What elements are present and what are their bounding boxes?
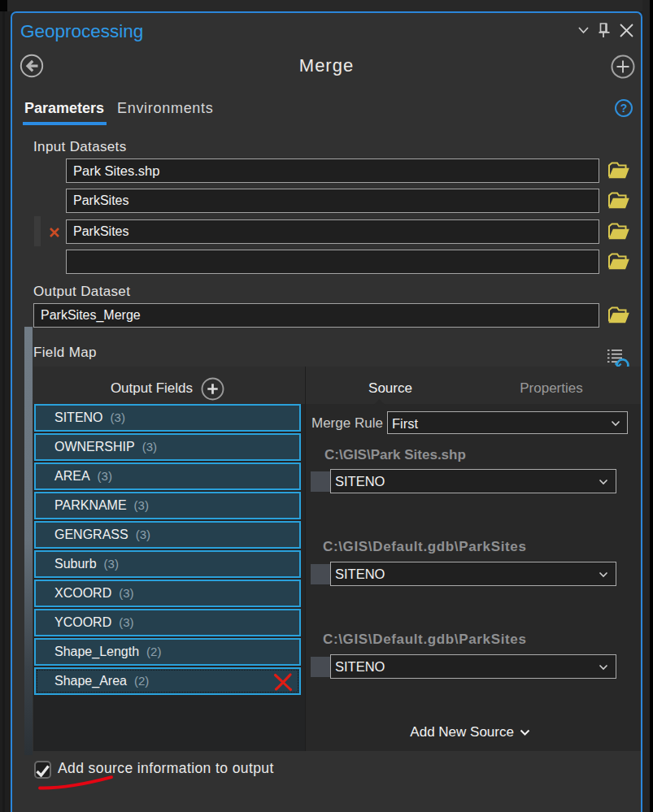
- svg-text:?: ?: [620, 102, 628, 115]
